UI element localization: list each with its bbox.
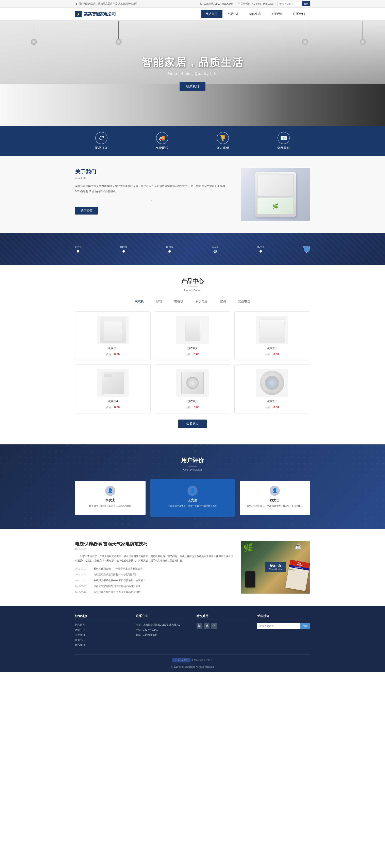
feature-label-warranty: 官方质保 xyxy=(216,146,229,150)
footer-link-products[interactable]: 产品中心 xyxy=(75,628,128,631)
about-image: 🌿 xyxy=(241,168,310,221)
product-card-2[interactable]: 洗衣机2 价格： 0.00 xyxy=(155,311,230,361)
about-title-cn: 关于我们 xyxy=(75,168,229,175)
about-button[interactable]: 关于我们 xyxy=(75,207,98,215)
news-item-1[interactable]: 2019-06-21 长时间使用音响——一般音响上也需要做清洁 xyxy=(75,567,233,570)
footer-link-about[interactable]: 关于我们 xyxy=(75,633,128,637)
footer-link-news[interactable]: 新闻中心 xyxy=(75,638,128,642)
social-icon-qq[interactable]: 博 xyxy=(204,623,209,629)
products-title-cn: 产品中心 xyxy=(75,277,310,285)
product-price-5: 价格： 0.00 xyxy=(186,406,199,409)
news-date-5: 2019-06-26 xyxy=(75,591,91,593)
shield-icon: 🛡 xyxy=(98,135,104,142)
nav-item-home[interactable]: 网站首页 xyxy=(201,10,223,18)
news-item-4[interactable]: 2019-06-17 雷雨天气家电防范 清洁家电的正确打开方式 xyxy=(75,585,233,588)
review-avatar-1: 👤 xyxy=(105,486,115,496)
review-name-3: 钱女士 xyxy=(244,498,305,502)
tab-tv[interactable]: 电视机 xyxy=(174,298,183,305)
product-name-3: 洗衣机3 xyxy=(267,346,277,350)
pendant-bulb-3 xyxy=(302,39,308,45)
pendant-light-1 xyxy=(31,21,37,45)
sitemap-badge: SITEMAP xyxy=(172,658,190,662)
news-date-3: 2018-05-31 xyxy=(75,579,91,582)
product-card-1[interactable]: 洗衣机1 价格： 0.00 xyxy=(75,311,151,361)
product-img-3 xyxy=(256,316,288,344)
pendant-wire-2 xyxy=(118,21,119,39)
news-left: 电视保养必读 雷雨天气家电防范技巧 2019-06-21 一、当家里遭雷击了，开… xyxy=(75,541,233,594)
logo-text: 某某智能家电公司 xyxy=(84,11,116,17)
product-card-4[interactable]: 洗衣机4 价格： 0.00 xyxy=(75,365,151,413)
nav-item-contact[interactable]: 联系我们 xyxy=(288,10,310,18)
feature-icon-warranty: 🏆 xyxy=(217,132,229,144)
news-date-1: 2019-06-21 xyxy=(75,567,91,570)
footer-link-contact[interactable]: 联系我们 xyxy=(75,643,128,647)
time-icon: 🕐 xyxy=(237,2,240,5)
tab-other[interactable]: 其他电器 xyxy=(238,298,250,305)
nav-item-products[interactable]: 产品中心 xyxy=(223,10,244,18)
timeline-year-0: 2013 xyxy=(75,246,81,249)
timeline-point-3: 2016 xyxy=(212,245,218,253)
products-title-en: Product Center xyxy=(75,289,310,292)
social-icon-weibo[interactable]: 微 xyxy=(197,623,202,629)
products-header: 产品中心 Product Center xyxy=(75,277,310,292)
product-card-5[interactable]: 洗衣机5 价格： 0.00 xyxy=(155,365,230,413)
nav-item-about[interactable]: 关于我们 xyxy=(266,10,288,18)
phone-number: 0812 - 88XXX48 xyxy=(215,2,233,5)
footer-cols: 快速链接 网站首页 产品中心 关于我们 新闻中心 联系我们 联系方式 地址：上海… xyxy=(75,614,310,648)
product-card-6[interactable]: 洗衣机6 价格： 0.00 xyxy=(234,365,310,413)
mail-icon: 📧 xyxy=(280,135,287,142)
footer-col-links: 快速链接 网站首页 产品中心 关于我们 新闻中心 联系我们 xyxy=(75,614,128,648)
reviews-title-line xyxy=(188,466,197,466)
news-featured-text: 一、当家里遭雷击了，开机后电视无图无声、或者没有图像但有声音，则是视频电路出现了… xyxy=(75,554,233,563)
header: ⚡ 某某智能家电公司 网站首页 产品中心 新闻中心 关于我们 联系我们 xyxy=(0,8,385,21)
sitemap-suffix: 免费网站建设之星！ xyxy=(191,659,213,661)
timeline-dot-3-active xyxy=(213,250,217,253)
footer-search-button[interactable]: 搜索 xyxy=(300,623,310,629)
footer-search-input[interactable] xyxy=(257,623,300,629)
working-hours: AM 8:00 - PM 19:00 xyxy=(252,2,273,5)
products-section: 产品中心 Product Center 洗衣机 冰箱 电视机 厨房电器 空调 其… xyxy=(0,265,385,444)
news-date-2: 2019-06-02 xyxy=(75,574,91,576)
products-title-line xyxy=(188,286,197,287)
view-more-button[interactable]: 查看更多 xyxy=(178,420,207,428)
news-text-3: 手机对比平板电脑—— 它们仅仅输的一块面板？ xyxy=(94,579,145,582)
footer-link-home[interactable]: 网站首页 xyxy=(75,623,128,626)
footer-search-title: 站内搜索 xyxy=(257,614,310,620)
tab-fridge[interactable]: 冰箱 xyxy=(156,298,162,305)
product-img-4 xyxy=(97,369,129,397)
tab-kitchen[interactable]: 厨房电器 xyxy=(196,298,208,305)
tab-ac[interactable]: 空调 xyxy=(220,298,226,305)
about-section: 关于我们 About Me 某某智慧家电公司是国内优秀的无线智能家居系统品牌、也… xyxy=(0,156,385,233)
footer-phone: 电话：133 **** 1341 xyxy=(136,628,188,631)
hero-section: 智能家居，品质生活 Smart Home, Quality Life 联系我们 xyxy=(0,21,385,126)
footer-links-title: 快速链接 xyxy=(75,614,128,620)
product-card-3[interactable]: 洗衣机3 价格： 0.00 xyxy=(234,311,310,361)
reviews-title-en: User Evaluation xyxy=(75,468,310,471)
product-name-2: 洗衣机2 xyxy=(187,346,198,350)
pendant-wire-1 xyxy=(34,21,34,39)
timeline-year-4: 07:10 xyxy=(258,246,264,249)
news-item-5[interactable]: 2019-06-26 企业用电设备数量大 大型企业电器如何维护 xyxy=(75,591,233,594)
footer-col-social: 社交账号 微 博 信 xyxy=(197,614,249,648)
social-icon-wechat[interactable]: 信 xyxy=(211,623,217,629)
pendant-bulb-4 xyxy=(360,39,366,45)
timeline-point-1: 01:10 xyxy=(120,246,127,253)
time-info: 🕐 工作时间 AM 8:00 - PM 19:00 xyxy=(237,2,273,5)
pendant-bulb-2 xyxy=(116,39,122,45)
hero-subtitle: Smart Home, Quality Life xyxy=(142,72,243,76)
hero-title: 智能家居，品质生活 xyxy=(142,56,243,70)
nav-item-news[interactable]: 新闻中心 xyxy=(244,10,266,18)
hero-cta-button[interactable]: 联系我们 xyxy=(180,82,205,91)
timeline-year-1: 01:10 xyxy=(120,246,127,249)
product-price-2: 价格： 0.00 xyxy=(186,352,199,356)
news-item-3[interactable]: 2018-05-31 手机对比平板电脑—— 它们仅仅输的一块面板？ xyxy=(75,579,233,582)
timeline-info-icon[interactable]: ℹ xyxy=(304,246,310,252)
news-item-2[interactable]: 2019-06-02 电视是否应该整天开着——电视用眼守则 xyxy=(75,573,233,577)
review-avatar-2: 👤 xyxy=(187,486,198,496)
top-search-input[interactable] xyxy=(277,2,302,6)
tab-washer[interactable]: 洗衣机 xyxy=(135,298,144,305)
reviews-title-cn: 用户评价 xyxy=(75,457,310,464)
pendant-wire-3 xyxy=(305,21,305,39)
top-search-button[interactable]: 搜索 xyxy=(302,1,310,6)
review-title-2: 一款新的产品吸引，感谢一直都有你的陪伴不离开 xyxy=(155,504,230,508)
